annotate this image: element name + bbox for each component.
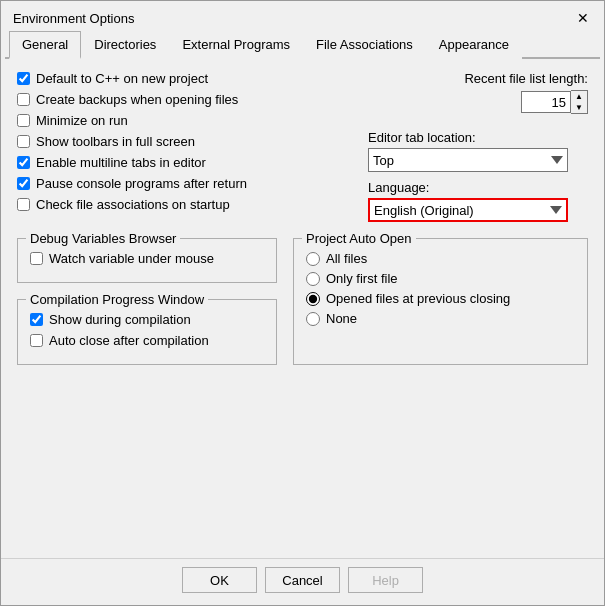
checkbox-create-backups: Create backups when opening files xyxy=(17,92,348,107)
recent-file-label: Recent file list length: xyxy=(464,71,588,86)
help-button[interactable]: Help xyxy=(348,567,423,593)
checkbox-pause-console-input[interactable] xyxy=(17,177,30,190)
editor-tab-select[interactable]: Top Bottom Left Right xyxy=(368,148,568,172)
checkbox-default-cpp: Default to C++ on new project xyxy=(17,71,348,86)
checkbox-multiline: Enable multiline tabs in editor xyxy=(17,155,348,170)
checkbox-create-backups-input[interactable] xyxy=(17,93,30,106)
spinner-up-button[interactable]: ▲ xyxy=(571,91,587,102)
radio-none-input[interactable] xyxy=(306,312,320,326)
checkbox-check-file-assoc-label: Check file associations on startup xyxy=(36,197,230,212)
tab-appearance[interactable]: Appearance xyxy=(426,31,522,59)
radio-only-first: Only first file xyxy=(306,271,575,286)
checkbox-watch-variable-label: Watch variable under mouse xyxy=(49,251,214,266)
language-area: Language: English (Original) German Fren… xyxy=(368,180,588,222)
spinner-group: ▲ ▼ xyxy=(521,90,588,114)
footer: OK Cancel Help xyxy=(1,558,604,605)
checkbox-show-toolbars: Show toolbars in full screen xyxy=(17,134,348,149)
checkbox-check-file-assoc-input[interactable] xyxy=(17,198,30,211)
checkbox-watch-variable-input[interactable] xyxy=(30,252,43,265)
radio-opened-files-label: Opened files at previous closing xyxy=(326,291,510,306)
checkbox-minimize-label: Minimize on run xyxy=(36,113,128,128)
dialog-title: Environment Options xyxy=(13,11,134,26)
checkbox-minimize-input[interactable] xyxy=(17,114,30,127)
checkbox-create-backups-label: Create backups when opening files xyxy=(36,92,238,107)
checkbox-show-compilation: Show during compilation xyxy=(30,312,264,327)
spinner-buttons: ▲ ▼ xyxy=(571,90,588,114)
checkbox-default-cpp-label: Default to C++ on new project xyxy=(36,71,208,86)
content-area: Default to C++ on new project Create bac… xyxy=(1,59,604,558)
radio-all-files-label: All files xyxy=(326,251,367,266)
radio-none: None xyxy=(306,311,575,326)
checkbox-multiline-label: Enable multiline tabs in editor xyxy=(36,155,206,170)
left-lower: Debug Variables Browser Watch variable u… xyxy=(17,230,277,365)
close-button[interactable]: ✕ xyxy=(574,9,592,27)
checkbox-auto-close-input[interactable] xyxy=(30,334,43,347)
radio-all-files: All files xyxy=(306,251,575,266)
editor-tab-area: Editor tab location: Top Bottom Left Rig… xyxy=(368,130,588,172)
title-bar: Environment Options ✕ xyxy=(1,1,604,31)
editor-tab-label: Editor tab location: xyxy=(368,130,588,145)
tab-external-programs[interactable]: External Programs xyxy=(169,31,303,59)
checkbox-show-compilation-label: Show during compilation xyxy=(49,312,191,327)
compilation-group-box: Compilation Progress Window Show during … xyxy=(17,299,277,365)
recent-file-area: Recent file list length: ▲ ▼ xyxy=(368,71,588,114)
project-group-box: Project Auto Open All files Only first f… xyxy=(293,238,588,365)
checkbox-show-compilation-input[interactable] xyxy=(30,313,43,326)
checkbox-default-cpp-input[interactable] xyxy=(17,72,30,85)
checkbox-check-file-assoc: Check file associations on startup xyxy=(17,197,348,212)
checkbox-auto-close-label: Auto close after compilation xyxy=(49,333,209,348)
lower-row: Debug Variables Browser Watch variable u… xyxy=(17,230,588,365)
language-select[interactable]: English (Original) German French Spanish xyxy=(368,198,568,222)
tabs-bar: General Directories External Programs Fi… xyxy=(5,31,600,59)
checkbox-pause-console: Pause console programs after return xyxy=(17,176,348,191)
debug-group-title: Debug Variables Browser xyxy=(26,231,180,246)
tab-directories[interactable]: Directories xyxy=(81,31,169,59)
spinner-down-button[interactable]: ▼ xyxy=(571,102,587,113)
right-column: Recent file list length: ▲ ▼ Editor tab … xyxy=(368,71,588,222)
checkbox-minimize: Minimize on run xyxy=(17,113,348,128)
checkbox-show-toolbars-input[interactable] xyxy=(17,135,30,148)
main-area: Default to C++ on new project Create bac… xyxy=(17,71,588,222)
recent-file-input[interactable] xyxy=(521,91,571,113)
radio-only-first-input[interactable] xyxy=(306,272,320,286)
checkbox-multiline-input[interactable] xyxy=(17,156,30,169)
checkbox-show-toolbars-label: Show toolbars in full screen xyxy=(36,134,195,149)
radio-none-label: None xyxy=(326,311,357,326)
checkbox-watch-variable: Watch variable under mouse xyxy=(30,251,264,266)
cancel-button[interactable]: Cancel xyxy=(265,567,340,593)
radio-opened-files-input[interactable] xyxy=(306,292,320,306)
ok-button[interactable]: OK xyxy=(182,567,257,593)
tab-file-associations[interactable]: File Associations xyxy=(303,31,426,59)
project-group-title: Project Auto Open xyxy=(302,231,416,246)
dialog: Environment Options ✕ General Directorie… xyxy=(0,0,605,606)
debug-group-box: Debug Variables Browser Watch variable u… xyxy=(17,238,277,283)
radio-all-files-input[interactable] xyxy=(306,252,320,266)
radio-opened-files: Opened files at previous closing xyxy=(306,291,575,306)
left-column: Default to C++ on new project Create bac… xyxy=(17,71,348,222)
compilation-group-title: Compilation Progress Window xyxy=(26,292,208,307)
checkbox-auto-close: Auto close after compilation xyxy=(30,333,264,348)
tab-general[interactable]: General xyxy=(9,31,81,59)
checkbox-pause-console-label: Pause console programs after return xyxy=(36,176,247,191)
radio-only-first-label: Only first file xyxy=(326,271,398,286)
language-label: Language: xyxy=(368,180,588,195)
